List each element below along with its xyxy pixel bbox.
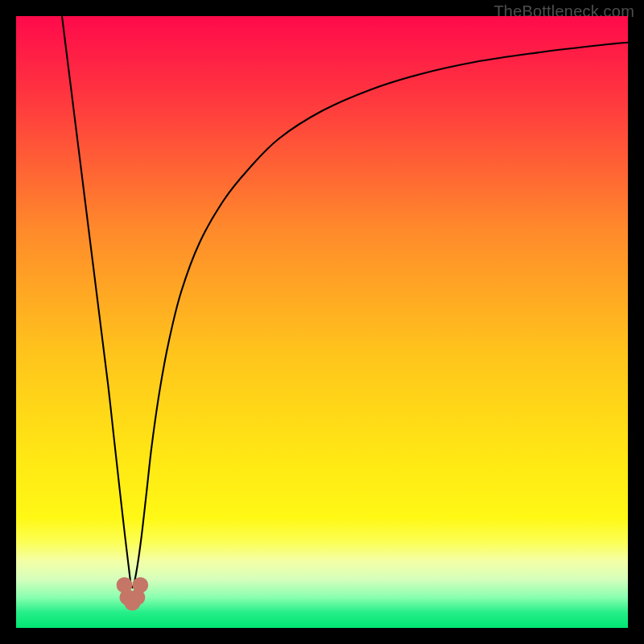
valley-point-e: [132, 577, 148, 593]
gradient-background: [16, 16, 628, 628]
chart-frame: TheBottleneck.com: [0, 0, 644, 644]
bottleneck-chart: [16, 16, 628, 628]
plot-area: [16, 16, 628, 628]
